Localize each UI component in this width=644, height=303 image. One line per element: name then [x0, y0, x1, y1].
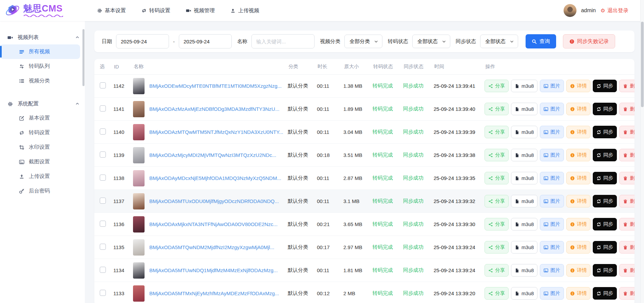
- nav-item-视频管理[interactable]: 视频管理: [186, 7, 215, 14]
- video-thumbnail[interactable]: [133, 124, 145, 140]
- video-name-link[interactable]: BMjAxODAzMjcyMDI2MjVfMTQwNzI3MTQzXzU2NDc…: [149, 152, 276, 158]
- row-checkbox[interactable]: [100, 290, 106, 296]
- brand-logo[interactable]: 魅思CMS: [0, 3, 85, 18]
- image-button[interactable]: 图片: [540, 149, 564, 161]
- video-thumbnail[interactable]: [133, 239, 145, 256]
- row-checkbox[interactable]: [100, 244, 106, 250]
- sidebar-item-视频分类[interactable]: 视频分类: [0, 74, 80, 88]
- m3u8-button[interactable]: m3u8: [511, 195, 537, 207]
- detail-button[interactable]: 详情: [566, 287, 590, 300]
- share-button[interactable]: 分享: [485, 80, 509, 92]
- image-button[interactable]: 图片: [540, 126, 564, 138]
- image-button[interactable]: 图片: [540, 80, 564, 92]
- m3u8-button[interactable]: m3u8: [511, 241, 537, 254]
- detail-button[interactable]: 详情: [566, 264, 590, 277]
- row-checkbox[interactable]: [100, 152, 106, 158]
- image-button[interactable]: 图片: [540, 264, 564, 277]
- video-name-link[interactable]: BMjAxODAxMjkxNTA3NTFfNjAwODA0OV80ODE2Nzc…: [149, 221, 278, 227]
- page-scrollbar-thumb[interactable]: [641, 22, 644, 107]
- detail-button[interactable]: 详情: [566, 195, 590, 207]
- share-button[interactable]: 分享: [485, 218, 509, 230]
- video-thumbnail[interactable]: [133, 262, 145, 279]
- row-checkbox[interactable]: [100, 105, 106, 112]
- delete-button[interactable]: 删除: [619, 103, 634, 115]
- delete-button[interactable]: 删除: [619, 218, 634, 230]
- logout-button[interactable]: 退出登录: [600, 7, 628, 14]
- category-select[interactable]: 全部分类: [344, 35, 382, 48]
- video-thumbnail[interactable]: [133, 101, 145, 117]
- share-button[interactable]: 分享: [485, 103, 509, 115]
- sidebar-item-所有视频[interactable]: 所有视频: [0, 44, 80, 59]
- image-button[interactable]: 图片: [540, 172, 564, 184]
- avatar[interactable]: [564, 4, 576, 17]
- video-thumbnail[interactable]: [133, 193, 145, 209]
- video-thumbnail[interactable]: [133, 78, 145, 94]
- detail-button[interactable]: 详情: [566, 80, 590, 92]
- video-thumbnail[interactable]: [133, 147, 145, 163]
- nav-item-上传视频[interactable]: 上传视频: [230, 7, 259, 14]
- delete-button[interactable]: 删除: [619, 80, 634, 92]
- detail-button[interactable]: 详情: [566, 172, 590, 184]
- video-name-link[interactable]: BMjAxODA5MTMxNjEyMzhfMzAyMDEzMzFfODAxMzg…: [149, 290, 279, 296]
- share-button[interactable]: 分享: [485, 241, 509, 254]
- page-scrollbar[interactable]: [640, 0, 644, 303]
- m3u8-button[interactable]: m3u8: [511, 172, 537, 184]
- sync-button[interactable]: 同步: [593, 103, 617, 115]
- sync-select[interactable]: 全部状态: [480, 35, 518, 48]
- detail-button[interactable]: 详情: [566, 241, 590, 254]
- video-name-link[interactable]: BMjAxODEwMDcyMTE0NTBfMTE1MTI0MDM5XzgzNzg…: [149, 83, 282, 89]
- sync-button[interactable]: 同步: [593, 264, 617, 277]
- sidebar-item-转码设置[interactable]: 转码设置: [0, 125, 80, 140]
- sidebar-item-上传设置[interactable]: 上传设置: [0, 169, 80, 184]
- share-button[interactable]: 分享: [485, 149, 509, 161]
- detail-button[interactable]: 详情: [566, 103, 590, 115]
- delete-button[interactable]: 删除: [619, 149, 634, 161]
- m3u8-button[interactable]: m3u8: [511, 149, 537, 161]
- nav-item-转码设置[interactable]: 转码设置: [141, 7, 170, 14]
- video-thumbnail[interactable]: [133, 216, 145, 233]
- row-checkbox[interactable]: [100, 198, 106, 204]
- video-thumbnail[interactable]: [133, 285, 145, 302]
- share-button[interactable]: 分享: [485, 172, 509, 184]
- share-button[interactable]: 分享: [485, 126, 509, 138]
- sidebar-item-截图设置[interactable]: 截图设置: [0, 155, 80, 169]
- keyword-input[interactable]: [251, 34, 315, 48]
- detail-button[interactable]: 详情: [566, 149, 590, 161]
- video-name-link[interactable]: BMjAxODA5MTUwNDQ1MjdfMzM4MzExNjlfODAzMzg…: [149, 267, 278, 273]
- row-checkbox[interactable]: [100, 128, 106, 135]
- row-checkbox[interactable]: [100, 221, 106, 227]
- video-name-link[interactable]: BMjAxODAzMTQwMTM5NTJfMzQxNzY1NDA3XzU0NTY…: [149, 129, 283, 135]
- sidebar-item-基本设置[interactable]: 基本设置: [0, 111, 80, 125]
- m3u8-button[interactable]: m3u8: [511, 80, 537, 92]
- date-to-input[interactable]: 2025-09-24: [179, 34, 232, 48]
- sync-button[interactable]: 同步: [593, 218, 617, 230]
- sidebar-item-水印设置[interactable]: 水印设置: [0, 140, 80, 155]
- m3u8-button[interactable]: m3u8: [511, 287, 537, 300]
- image-button[interactable]: 图片: [540, 241, 564, 254]
- sync-button[interactable]: 同步: [593, 172, 617, 184]
- sync-button[interactable]: 同步: [593, 195, 617, 207]
- image-button[interactable]: 图片: [540, 218, 564, 230]
- video-name-link[interactable]: BMjAxODAyMDcxNjE5MjhfODA1MDQ3NzMyXzQ5NDM…: [149, 175, 281, 181]
- transcode-select[interactable]: 全部状态: [412, 35, 450, 48]
- share-button[interactable]: 分享: [485, 195, 509, 207]
- sidebar-group-title-系统配置[interactable]: 系统配置: [0, 97, 85, 111]
- image-button[interactable]: 图片: [540, 195, 564, 207]
- search-button[interactable]: 查询: [526, 34, 556, 48]
- m3u8-button[interactable]: m3u8: [511, 103, 537, 115]
- sync-button[interactable]: 同步: [593, 126, 617, 138]
- share-button[interactable]: 分享: [485, 264, 509, 277]
- sync-failed-button[interactable]: 同步失败记录: [563, 34, 615, 48]
- nav-item-基本设置[interactable]: 基本设置: [97, 7, 126, 14]
- delete-button[interactable]: 删除: [619, 126, 634, 138]
- sidebar-item-后台密码[interactable]: 后台密码: [0, 184, 80, 198]
- image-button[interactable]: 图片: [540, 103, 564, 115]
- share-button[interactable]: 分享: [485, 287, 509, 300]
- detail-button[interactable]: 详情: [566, 218, 590, 230]
- image-button[interactable]: 图片: [540, 287, 564, 300]
- delete-button[interactable]: 删除: [619, 287, 634, 300]
- delete-button[interactable]: 删除: [619, 264, 634, 277]
- row-checkbox[interactable]: [100, 82, 106, 88]
- m3u8-button[interactable]: m3u8: [511, 126, 537, 138]
- sidebar-scrollbar[interactable]: [82, 29, 84, 86]
